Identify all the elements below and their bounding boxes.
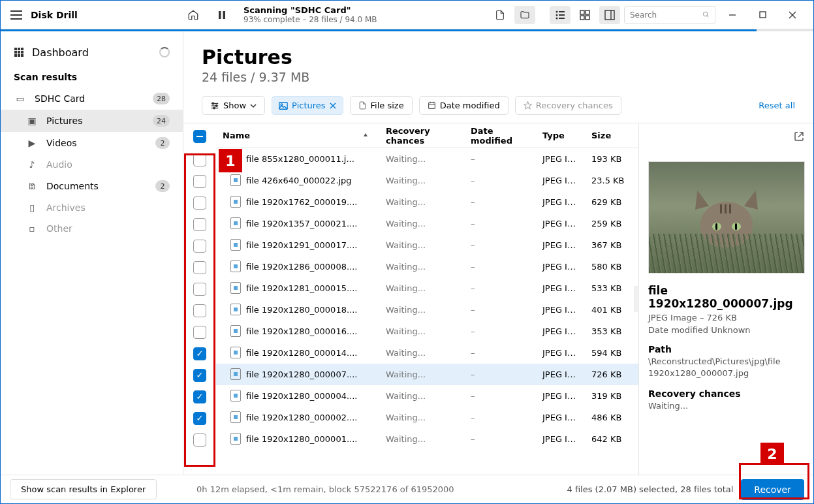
reset-filters[interactable]: Reset all [759, 101, 795, 110]
scrollbar[interactable] [633, 123, 638, 475]
file-icon [230, 433, 241, 445]
col-name[interactable]: Name [216, 131, 379, 140]
grid-view-icon[interactable] [574, 6, 595, 24]
menu-icon[interactable] [8, 7, 24, 23]
panel-view-icon[interactable] [599, 6, 620, 24]
col-size[interactable]: Size [585, 131, 638, 140]
file-name: file 426x640_000022.jpg [246, 176, 352, 185]
home-icon[interactable] [183, 5, 203, 25]
row-checkbox[interactable] [193, 347, 206, 360]
row-checkbox[interactable] [193, 218, 206, 231]
selection-status: 4 files (2.07 MB) selected, 28 files tot… [567, 484, 734, 494]
vid-icon: ▶ [25, 138, 39, 148]
svg-point-33 [215, 104, 217, 106]
svg-point-14 [703, 12, 708, 16]
cell-date: – [464, 326, 536, 336]
preview-thumbnail[interactable] [648, 161, 805, 274]
row-checkbox[interactable] [193, 390, 206, 403]
open-external-icon[interactable] [794, 131, 804, 144]
col-recovery[interactable]: Recovery chances [379, 126, 464, 146]
svg-rect-9 [586, 10, 589, 14]
table-row[interactable]: file 1920x1280_000016.... Waiting... – J… [216, 321, 638, 342]
table-row[interactable]: file 1920x1280_000007.... Waiting... – J… [216, 364, 638, 385]
row-checkbox[interactable] [193, 197, 206, 210]
minimize-icon[interactable] [719, 5, 745, 25]
select-all-checkbox[interactable] [193, 130, 206, 143]
file-name: file 1920x1357_000021.... [246, 219, 357, 228]
row-checkbox[interactable] [193, 240, 206, 253]
row-checkbox[interactable] [193, 175, 206, 188]
folder-icon[interactable] [514, 6, 535, 24]
file-icon[interactable] [490, 6, 510, 24]
sidebar-item-videos[interactable]: ▶ Videos 2 [1, 132, 183, 154]
table-row[interactable]: file 1920x1291_000017.... Waiting... – J… [216, 234, 638, 256]
table-row[interactable]: file 1920x1281_000015.... Waiting... – J… [216, 277, 638, 299]
oth-icon: ▫ [25, 223, 39, 234]
maximize-icon[interactable] [749, 5, 775, 25]
cell-recovery: Waiting... [379, 197, 464, 207]
spinner-icon [159, 47, 170, 57]
cell-type: JPEG Im... [536, 283, 585, 293]
pause-icon[interactable] [212, 5, 232, 25]
file-name: file 1920x1762_000019.... [246, 197, 357, 207]
row-checkbox[interactable] [193, 412, 206, 425]
sidebar-item-label: Audio [46, 159, 170, 170]
sidebar-item-label: Pictures [46, 116, 145, 126]
cell-type: JPEG Im... [536, 348, 585, 358]
svg-rect-39 [428, 102, 435, 108]
recover-button[interactable]: Recover [741, 479, 804, 500]
row-checkbox[interactable] [193, 369, 206, 382]
sidebar-dashboard[interactable]: Dashboard [1, 39, 183, 65]
search-input[interactable] [630, 10, 698, 20]
row-checkbox[interactable] [193, 304, 206, 317]
col-type[interactable]: Type [536, 131, 585, 140]
cell-recovery: Waiting... [379, 348, 464, 358]
filter-file-size[interactable]: File size [350, 96, 413, 115]
table-row[interactable]: file 426x640_000022.jpg Waiting... – JPE… [216, 170, 638, 191]
cell-size: 23.5 KB [585, 176, 638, 185]
file-icon [358, 101, 367, 110]
list-view-icon[interactable] [550, 6, 571, 24]
table-row[interactable]: file 855x1280_000011.j... Waiting... – J… [216, 148, 638, 170]
calendar-icon [428, 101, 436, 110]
row-checkbox[interactable] [193, 433, 206, 447]
arc-icon: ▯ [25, 202, 39, 213]
table-row[interactable]: file 1920x1280_000004.... Waiting... – J… [216, 385, 638, 407]
table-row[interactable]: file 1920x1357_000021.... Waiting... – J… [216, 213, 638, 234]
close-icon[interactable] [779, 5, 806, 25]
table-row[interactable]: file 1920x1280_000014.... Waiting... – J… [216, 342, 638, 364]
svg-rect-1 [223, 11, 226, 19]
svg-rect-23 [14, 51, 17, 54]
table-row[interactable]: file 1920x1286_000008.... Waiting... – J… [216, 256, 638, 277]
row-checkbox[interactable] [193, 153, 206, 166]
table-row[interactable]: file 1920x1280_000001.... Waiting... – J… [216, 428, 638, 450]
show-in-explorer-button[interactable]: Show scan results in Explorer [10, 479, 157, 499]
svg-rect-17 [760, 12, 766, 18]
row-checkbox[interactable] [193, 326, 206, 339]
file-name: file 1920x1280_000016.... [246, 326, 357, 336]
table-row[interactable]: file 1920x1280_000018.... Waiting... – J… [216, 299, 638, 321]
sidebar-item-pictures[interactable]: ▣ Pictures 24 [1, 110, 183, 132]
svg-point-6 [556, 17, 558, 19]
cell-date: – [464, 370, 536, 379]
sidebar-item-audio[interactable]: ♪ Audio [1, 154, 183, 175]
table-row[interactable]: file 1920x1762_000019.... Waiting... – J… [216, 191, 638, 213]
remove-chip-icon[interactable] [330, 102, 336, 109]
col-date[interactable]: Date modified [464, 126, 536, 146]
row-checkbox[interactable] [193, 283, 206, 296]
cell-date: – [464, 197, 536, 207]
sidebar-item-documents[interactable]: 🗎 Documents 2 [1, 175, 183, 197]
row-checkbox[interactable] [193, 261, 206, 274]
sidebar-item-other[interactable]: ▫ Other [1, 218, 183, 239]
table-row[interactable]: file 1920x1280_000002.... Waiting... – J… [216, 407, 638, 428]
cell-date: – [464, 154, 536, 164]
filter-chip-pictures[interactable]: Pictures [272, 96, 343, 115]
preview-path-label: Path [648, 344, 804, 354]
filter-recovery-chances[interactable]: Recovery chances [515, 96, 621, 115]
sidebar-item-sdhc-card[interactable]: ▭ SDHC Card 28 [1, 87, 183, 110]
filter-date-modified[interactable]: Date modified [419, 96, 509, 115]
show-filter-button[interactable]: Show [202, 96, 265, 115]
cell-date: – [464, 348, 536, 358]
search-box[interactable] [624, 6, 715, 24]
sidebar-item-archives[interactable]: ▯ Archives [1, 197, 183, 218]
